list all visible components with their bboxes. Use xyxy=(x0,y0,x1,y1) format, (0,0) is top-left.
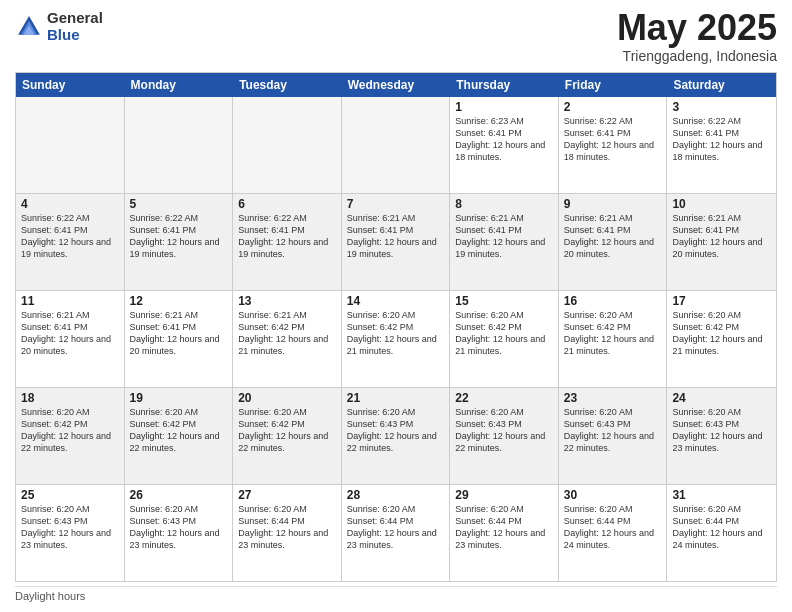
day-info: Sunrise: 6:21 AM Sunset: 6:41 PM Dayligh… xyxy=(130,309,228,358)
day-cell-28: 28Sunrise: 6:20 AM Sunset: 6:44 PM Dayli… xyxy=(342,485,451,581)
footer-note: Daylight hours xyxy=(15,586,777,602)
logo-general-label: General xyxy=(47,10,103,27)
day-cell-8: 8Sunrise: 6:21 AM Sunset: 6:41 PM Daylig… xyxy=(450,194,559,290)
day-cell-2: 2Sunrise: 6:22 AM Sunset: 6:41 PM Daylig… xyxy=(559,97,668,193)
day-info: Sunrise: 6:20 AM Sunset: 6:42 PM Dayligh… xyxy=(21,406,119,455)
title-section: May 2025 Trienggadeng, Indonesia xyxy=(617,10,777,64)
logo-blue-label: Blue xyxy=(47,27,103,44)
day-cell-23: 23Sunrise: 6:20 AM Sunset: 6:43 PM Dayli… xyxy=(559,388,668,484)
day-cell-16: 16Sunrise: 6:20 AM Sunset: 6:42 PM Dayli… xyxy=(559,291,668,387)
day-number: 5 xyxy=(130,197,228,211)
day-cell-25: 25Sunrise: 6:20 AM Sunset: 6:43 PM Dayli… xyxy=(16,485,125,581)
day-cell-17: 17Sunrise: 6:20 AM Sunset: 6:42 PM Dayli… xyxy=(667,291,776,387)
day-info: Sunrise: 6:20 AM Sunset: 6:42 PM Dayligh… xyxy=(455,309,553,358)
day-cell-20: 20Sunrise: 6:20 AM Sunset: 6:42 PM Dayli… xyxy=(233,388,342,484)
day-cell-7: 7Sunrise: 6:21 AM Sunset: 6:41 PM Daylig… xyxy=(342,194,451,290)
calendar-header: SundayMondayTuesdayWednesdayThursdayFrid… xyxy=(16,73,776,97)
calendar-body: 1Sunrise: 6:23 AM Sunset: 6:41 PM Daylig… xyxy=(16,97,776,581)
day-number: 11 xyxy=(21,294,119,308)
calendar-row-1: 4Sunrise: 6:22 AM Sunset: 6:41 PM Daylig… xyxy=(16,194,776,291)
day-number: 25 xyxy=(21,488,119,502)
calendar-row-2: 11Sunrise: 6:21 AM Sunset: 6:41 PM Dayli… xyxy=(16,291,776,388)
day-cell-22: 22Sunrise: 6:20 AM Sunset: 6:43 PM Dayli… xyxy=(450,388,559,484)
day-cell-6: 6Sunrise: 6:22 AM Sunset: 6:41 PM Daylig… xyxy=(233,194,342,290)
day-number: 19 xyxy=(130,391,228,405)
header: General Blue May 2025 Trienggadeng, Indo… xyxy=(15,10,777,64)
day-cell-15: 15Sunrise: 6:20 AM Sunset: 6:42 PM Dayli… xyxy=(450,291,559,387)
day-number: 15 xyxy=(455,294,553,308)
day-number: 4 xyxy=(21,197,119,211)
day-number: 27 xyxy=(238,488,336,502)
day-cell-18: 18Sunrise: 6:20 AM Sunset: 6:42 PM Dayli… xyxy=(16,388,125,484)
day-number: 6 xyxy=(238,197,336,211)
day-number: 10 xyxy=(672,197,771,211)
day-cell-13: 13Sunrise: 6:21 AM Sunset: 6:42 PM Dayli… xyxy=(233,291,342,387)
empty-cell xyxy=(342,97,451,193)
day-number: 28 xyxy=(347,488,445,502)
day-number: 29 xyxy=(455,488,553,502)
day-info: Sunrise: 6:20 AM Sunset: 6:43 PM Dayligh… xyxy=(347,406,445,455)
day-number: 14 xyxy=(347,294,445,308)
day-number: 16 xyxy=(564,294,662,308)
day-info: Sunrise: 6:20 AM Sunset: 6:42 PM Dayligh… xyxy=(238,406,336,455)
day-number: 9 xyxy=(564,197,662,211)
day-number: 20 xyxy=(238,391,336,405)
day-cell-27: 27Sunrise: 6:20 AM Sunset: 6:44 PM Dayli… xyxy=(233,485,342,581)
day-number: 22 xyxy=(455,391,553,405)
month-title: May 2025 xyxy=(617,10,777,46)
day-cell-14: 14Sunrise: 6:20 AM Sunset: 6:42 PM Dayli… xyxy=(342,291,451,387)
day-number: 31 xyxy=(672,488,771,502)
day-number: 12 xyxy=(130,294,228,308)
calendar-row-4: 25Sunrise: 6:20 AM Sunset: 6:43 PM Dayli… xyxy=(16,485,776,581)
header-day-saturday: Saturday xyxy=(667,73,776,97)
day-cell-21: 21Sunrise: 6:20 AM Sunset: 6:43 PM Dayli… xyxy=(342,388,451,484)
day-number: 30 xyxy=(564,488,662,502)
logo: General Blue xyxy=(15,10,103,43)
day-cell-24: 24Sunrise: 6:20 AM Sunset: 6:43 PM Dayli… xyxy=(667,388,776,484)
day-info: Sunrise: 6:20 AM Sunset: 6:42 PM Dayligh… xyxy=(672,309,771,358)
day-info: Sunrise: 6:20 AM Sunset: 6:42 PM Dayligh… xyxy=(347,309,445,358)
location: Trienggadeng, Indonesia xyxy=(617,48,777,64)
day-cell-26: 26Sunrise: 6:20 AM Sunset: 6:43 PM Dayli… xyxy=(125,485,234,581)
day-info: Sunrise: 6:21 AM Sunset: 6:41 PM Dayligh… xyxy=(21,309,119,358)
day-cell-11: 11Sunrise: 6:21 AM Sunset: 6:41 PM Dayli… xyxy=(16,291,125,387)
header-day-thursday: Thursday xyxy=(450,73,559,97)
empty-cell xyxy=(233,97,342,193)
day-info: Sunrise: 6:21 AM Sunset: 6:41 PM Dayligh… xyxy=(455,212,553,261)
day-number: 21 xyxy=(347,391,445,405)
day-number: 24 xyxy=(672,391,771,405)
day-info: Sunrise: 6:20 AM Sunset: 6:43 PM Dayligh… xyxy=(564,406,662,455)
page: General Blue May 2025 Trienggadeng, Indo… xyxy=(0,0,792,612)
day-info: Sunrise: 6:20 AM Sunset: 6:43 PM Dayligh… xyxy=(455,406,553,455)
day-cell-4: 4Sunrise: 6:22 AM Sunset: 6:41 PM Daylig… xyxy=(16,194,125,290)
day-info: Sunrise: 6:22 AM Sunset: 6:41 PM Dayligh… xyxy=(130,212,228,261)
day-info: Sunrise: 6:21 AM Sunset: 6:41 PM Dayligh… xyxy=(564,212,662,261)
empty-cell xyxy=(125,97,234,193)
day-number: 13 xyxy=(238,294,336,308)
header-day-tuesday: Tuesday xyxy=(233,73,342,97)
header-day-sunday: Sunday xyxy=(16,73,125,97)
logo-icon xyxy=(15,13,43,41)
day-number: 7 xyxy=(347,197,445,211)
day-cell-30: 30Sunrise: 6:20 AM Sunset: 6:44 PM Dayli… xyxy=(559,485,668,581)
calendar-row-3: 18Sunrise: 6:20 AM Sunset: 6:42 PM Dayli… xyxy=(16,388,776,485)
day-cell-1: 1Sunrise: 6:23 AM Sunset: 6:41 PM Daylig… xyxy=(450,97,559,193)
day-number: 2 xyxy=(564,100,662,114)
header-day-wednesday: Wednesday xyxy=(342,73,451,97)
day-info: Sunrise: 6:20 AM Sunset: 6:44 PM Dayligh… xyxy=(238,503,336,552)
day-info: Sunrise: 6:20 AM Sunset: 6:42 PM Dayligh… xyxy=(130,406,228,455)
day-info: Sunrise: 6:20 AM Sunset: 6:42 PM Dayligh… xyxy=(564,309,662,358)
day-cell-5: 5Sunrise: 6:22 AM Sunset: 6:41 PM Daylig… xyxy=(125,194,234,290)
day-info: Sunrise: 6:22 AM Sunset: 6:41 PM Dayligh… xyxy=(564,115,662,164)
day-number: 18 xyxy=(21,391,119,405)
day-number: 8 xyxy=(455,197,553,211)
day-number: 23 xyxy=(564,391,662,405)
empty-cell xyxy=(16,97,125,193)
day-cell-9: 9Sunrise: 6:21 AM Sunset: 6:41 PM Daylig… xyxy=(559,194,668,290)
day-info: Sunrise: 6:20 AM Sunset: 6:43 PM Dayligh… xyxy=(672,406,771,455)
day-number: 26 xyxy=(130,488,228,502)
day-cell-12: 12Sunrise: 6:21 AM Sunset: 6:41 PM Dayli… xyxy=(125,291,234,387)
day-info: Sunrise: 6:20 AM Sunset: 6:44 PM Dayligh… xyxy=(455,503,553,552)
day-info: Sunrise: 6:20 AM Sunset: 6:43 PM Dayligh… xyxy=(21,503,119,552)
day-info: Sunrise: 6:20 AM Sunset: 6:44 PM Dayligh… xyxy=(564,503,662,552)
